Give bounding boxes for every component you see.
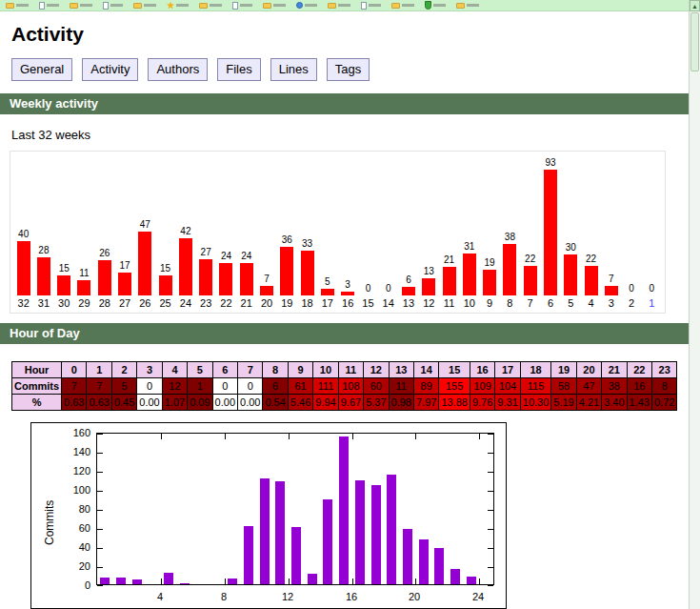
week-label: 14 <box>383 297 394 310</box>
bookmark-item[interactable] <box>133 3 156 9</box>
percent-cell: 3.40 <box>602 395 627 411</box>
week-label: 31 <box>38 297 50 310</box>
weekly-bar-column: 224 <box>581 254 601 310</box>
hour-header-cell: 12 <box>364 362 389 378</box>
weekly-bar-column: 1129 <box>74 268 94 310</box>
xtick-mark <box>352 579 353 584</box>
weekly-bar-column: 4726 <box>135 219 155 310</box>
weekly-bar-value: 27 <box>201 247 211 258</box>
commits-cell: 47 <box>576 378 601 395</box>
week-label: 1 <box>649 297 654 310</box>
weekly-bar-column: 305 <box>561 242 581 310</box>
weekly-bar <box>260 286 273 295</box>
percent-cell: 9.76 <box>470 395 494 411</box>
star-icon <box>167 2 174 10</box>
weekly-bar-column: 316 <box>338 279 358 310</box>
bookmark-item[interactable] <box>167 2 189 10</box>
weekly-bar-column: 227 <box>520 254 540 310</box>
commits-cell: 0 <box>238 378 263 395</box>
commits-cell: 108 <box>338 378 363 395</box>
weekly-bar-column: 1525 <box>155 263 175 310</box>
commits-cell: 7 <box>87 378 111 395</box>
hour-bar <box>467 577 476 584</box>
weekly-bar-column: 015 <box>358 283 378 310</box>
vertical-scrollbar[interactable]: ▲ <box>689 0 700 609</box>
ytick-label: 60 <box>52 522 90 534</box>
ytick-mark-right <box>488 585 493 586</box>
plot-area <box>96 433 494 585</box>
hour-header-cell: 22 <box>627 362 651 378</box>
weekly-bar-column: 2723 <box>196 247 216 310</box>
hour-header-cell: 8 <box>263 362 288 378</box>
bookmark-item[interactable] <box>263 3 286 9</box>
bookmark-item[interactable] <box>70 3 92 9</box>
bookmark-item[interactable] <box>296 2 317 9</box>
weekly-bar <box>98 260 111 295</box>
tab-lines[interactable]: Lines <box>270 58 317 81</box>
commits-cell: 0 <box>212 378 237 395</box>
weekly-bar-column: 01 <box>642 283 662 310</box>
weekly-bar-column: 014 <box>378 283 398 310</box>
bookmark-item[interactable] <box>199 3 222 9</box>
tab-files[interactable]: Files <box>217 58 260 81</box>
bookmark-item[interactable] <box>456 3 479 9</box>
hour-header-cell: 6 <box>212 362 237 378</box>
bookmark-item[interactable] <box>39 2 59 10</box>
weekly-bar <box>138 232 151 295</box>
bookmark-label-stub <box>16 4 29 7</box>
xtick-mark-top <box>161 434 162 439</box>
xtick-mark-top <box>415 434 416 439</box>
commits-cell: 6 <box>263 378 288 395</box>
bookmark-item[interactable] <box>328 3 350 9</box>
scroll-up-button[interactable]: ▲ <box>690 0 700 11</box>
scrollbar-thumb[interactable] <box>690 12 699 71</box>
week-label: 11 <box>444 297 454 310</box>
week-label: 27 <box>119 297 130 310</box>
weekly-bar-value: 93 <box>545 157 555 169</box>
weekly-bar <box>605 286 618 295</box>
tab-authors[interactable]: Authors <box>148 58 208 81</box>
bookmark-label-stub <box>240 4 252 7</box>
tab-activity[interactable]: Activity <box>82 58 138 81</box>
weekly-bar-value: 47 <box>140 219 150 231</box>
page-icon <box>39 2 45 10</box>
weekly-bar-column: 4224 <box>175 226 195 310</box>
xtick-label: 24 <box>467 591 490 602</box>
ytick-label: 160 <box>52 427 90 438</box>
tab-tags[interactable]: Tags <box>327 58 370 81</box>
week-label: 3 <box>609 297 614 310</box>
bookmark-item[interactable] <box>103 2 123 10</box>
page-icon <box>361 2 367 10</box>
bookmark-label-stub <box>433 4 446 7</box>
bookmark-item[interactable] <box>6 3 29 9</box>
percent-cell: 7.97 <box>413 395 438 411</box>
row-header-percent: % <box>12 395 62 411</box>
weekly-bar-value: 11 <box>79 268 89 279</box>
percent-cell: 5.46 <box>288 395 312 411</box>
weekly-bar-column: 1727 <box>114 260 134 310</box>
bookmark-item[interactable] <box>361 2 381 10</box>
shield-icon <box>425 1 431 10</box>
bookmark-item[interactable] <box>425 1 446 10</box>
weekly-bar-column: 1530 <box>54 263 74 310</box>
ytick-label: 20 <box>52 560 90 572</box>
folder-icon <box>199 3 208 9</box>
percent-cell: 9.31 <box>495 395 520 411</box>
hour-bar <box>291 527 301 584</box>
ytick-mark <box>97 434 103 435</box>
bookmark-item[interactable] <box>232 2 252 10</box>
weekly-bar-value: 38 <box>505 232 515 243</box>
page-title: Activity <box>11 23 679 46</box>
bookmark-item[interactable] <box>391 3 414 9</box>
ytick-label: 140 <box>52 446 90 457</box>
folder-icon <box>6 3 14 9</box>
percent-cell: 9.94 <box>313 395 338 411</box>
bookmark-label-stub <box>210 4 222 7</box>
weekly-bar <box>503 244 516 295</box>
folder-icon <box>391 3 400 9</box>
hour-header-cell: 14 <box>413 362 438 378</box>
weekly-bar-column: 517 <box>317 276 337 310</box>
row-header-commits: Commits <box>12 378 62 395</box>
ytick-mark <box>97 548 103 549</box>
tab-general[interactable]: General <box>11 58 72 81</box>
